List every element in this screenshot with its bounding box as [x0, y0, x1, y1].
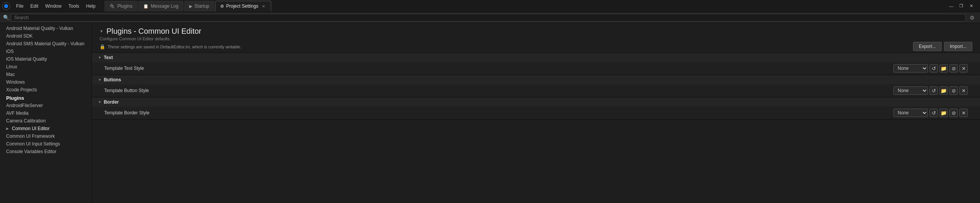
- section-border-header[interactable]: ▼ Border: [92, 97, 980, 107]
- tab-project-settings-label: Project Settings: [226, 3, 258, 9]
- main-toolbar: 🔍 ⚙: [0, 12, 980, 23]
- setting-row-template-border-style: Template Border Style None ↺ 📁 ⊘ ✕: [92, 107, 980, 119]
- menu-edit[interactable]: Edit: [27, 2, 41, 10]
- app-logo-icon: [2, 2, 11, 11]
- template-text-style-select[interactable]: None: [893, 64, 928, 73]
- text-remove-icon-btn[interactable]: ✕: [959, 64, 968, 73]
- sidebar-item-common-ui-framework[interactable]: Common UI Framework: [0, 132, 92, 140]
- section-border-arrow: ▼: [98, 100, 101, 104]
- setting-row-template-text-style: Template Text Style None ↺ 📁 ⊘ ✕: [92, 62, 980, 75]
- setting-controls-border: None ↺ 📁 ⊘ ✕: [893, 109, 968, 117]
- sidebar-item-android-sdk[interactable]: Android SDK: [0, 32, 92, 40]
- tab-startup-label: Startup: [195, 3, 209, 9]
- tab-bar: 🔌 Plugins 📋 Message Log ▶ Startup ⚙ Proj…: [105, 1, 947, 12]
- window-controls: — ❐ ✕: [947, 2, 978, 10]
- tab-plugins[interactable]: 🔌 Plugins: [105, 1, 137, 12]
- title-bar: File Edit Window Tools Help 🔌 Plugins 📋 …: [0, 0, 980, 12]
- import-button[interactable]: Import...: [944, 42, 972, 51]
- section-text-header[interactable]: ▼ Text: [92, 53, 980, 62]
- menu-file[interactable]: File: [13, 2, 26, 10]
- search-icon: 🔍: [3, 15, 9, 20]
- content-header: ▼ Plugins - Common UI Editor Configure C…: [92, 23, 980, 53]
- info-message: These settings are saved in DefaultEdito…: [108, 45, 241, 49]
- content-subtitle: Configure Common UI Editor defaults.: [100, 36, 913, 41]
- sidebar-item-camera-calibration[interactable]: Camera Calibration: [0, 117, 92, 125]
- info-bar: 🔒 These settings are saved in DefaultEdi…: [100, 43, 913, 51]
- menu-help[interactable]: Help: [83, 2, 99, 10]
- setting-name-template-border-style: Template Border Style: [104, 110, 893, 116]
- buttons-clear-icon-btn[interactable]: ⊘: [949, 86, 958, 95]
- tab-plugins-label: Plugins: [117, 3, 132, 9]
- lock-icon: 🔒: [100, 44, 105, 50]
- minimize-button[interactable]: —: [947, 2, 955, 10]
- search-input[interactable]: [14, 15, 962, 20]
- section-buttons: ▼ Buttons Template Button Style None ↺ 📁…: [92, 75, 980, 97]
- sidebar-item-ios[interactable]: iOS: [0, 48, 92, 55]
- project-settings-tab-icon: ⚙: [220, 4, 224, 9]
- plugins-tab-icon: 🔌: [110, 4, 115, 9]
- tab-message-log-label: Message Log: [151, 3, 178, 9]
- section-buttons-label: Buttons: [104, 77, 121, 83]
- setting-name-template-button-style: Template Button Style: [104, 88, 893, 93]
- section-buttons-header[interactable]: ▼ Buttons: [92, 75, 980, 84]
- sidebar-item-common-ui-input-settings[interactable]: Common UI Input Settings: [0, 140, 92, 148]
- border-browse-icon-btn[interactable]: 📁: [939, 109, 948, 117]
- sidebar-item-linux[interactable]: Linux: [0, 63, 92, 71]
- text-browse-icon-btn[interactable]: 📁: [939, 64, 948, 73]
- content-header-inner: ▼ Plugins - Common UI Editor Configure C…: [100, 27, 972, 51]
- main-layout: Android Material Quality - Vulkan Androi…: [0, 23, 980, 203]
- setting-controls-buttons: None ↺ 📁 ⊘ ✕: [893, 86, 968, 95]
- message-log-tab-icon: 📋: [143, 4, 149, 9]
- content-area: ▼ Plugins - Common UI Editor Configure C…: [92, 23, 980, 203]
- menu-tools[interactable]: Tools: [65, 2, 82, 10]
- tab-project-settings-close[interactable]: ✕: [261, 4, 266, 9]
- startup-tab-icon: ▶: [189, 4, 192, 9]
- section-text: ▼ Text Template Text Style None ↺ 📁 ⊘ ✕: [92, 53, 980, 75]
- menu-window[interactable]: Window: [42, 2, 65, 10]
- sidebar-item-console-variables-editor[interactable]: Console Variables Editor: [0, 148, 92, 155]
- border-reset-icon-btn[interactable]: ↺: [929, 109, 938, 117]
- section-border: ▼ Border Template Border Style None ↺ 📁 …: [92, 97, 980, 120]
- text-reset-icon-btn[interactable]: ↺: [929, 64, 938, 73]
- sidebar-item-ios-material-quality[interactable]: iOS Material Quality: [0, 55, 92, 63]
- section-text-arrow: ▼: [98, 56, 101, 59]
- sidebar-item-windows[interactable]: Windows: [0, 78, 92, 86]
- template-button-style-select[interactable]: None: [893, 86, 928, 95]
- template-border-style-select[interactable]: None: [893, 109, 928, 117]
- content-title-row: ▼ Plugins - Common UI Editor: [100, 27, 913, 36]
- section-buttons-arrow: ▼: [98, 78, 101, 82]
- sidebar-item-android-material-vulkan[interactable]: Android Material Quality - Vulkan: [0, 25, 92, 32]
- common-ui-editor-expand-arrow: ▶: [6, 127, 9, 130]
- section-border-label: Border: [104, 99, 119, 105]
- border-clear-icon-btn[interactable]: ⊘: [949, 109, 958, 117]
- settings-gear-icon[interactable]: ⚙: [967, 14, 977, 21]
- sidebar-item-avf-media[interactable]: AVF Media: [0, 109, 92, 117]
- search-box: [11, 14, 966, 21]
- sidebar-item-xcode-projects[interactable]: Xcode Projects: [0, 86, 92, 94]
- buttons-browse-icon-btn[interactable]: 📁: [939, 86, 948, 95]
- sidebar-item-common-ui-editor[interactable]: ▶ Common UI Editor: [0, 125, 92, 132]
- action-buttons: Export... Import...: [913, 42, 972, 51]
- setting-row-template-button-style: Template Button Style None ↺ 📁 ⊘ ✕: [92, 84, 980, 97]
- tab-project-settings[interactable]: ⚙ Project Settings ✕: [215, 1, 271, 12]
- text-clear-icon-btn[interactable]: ⊘: [949, 64, 958, 73]
- sidebar-item-android-file-server[interactable]: AndroidFileServer: [0, 102, 92, 109]
- border-remove-icon-btn[interactable]: ✕: [959, 109, 968, 117]
- maximize-button[interactable]: ❐: [957, 2, 965, 10]
- sidebar-item-android-sms-material-vulkan[interactable]: Android SMS Material Quality - Vulkan: [0, 40, 92, 48]
- section-text-label: Text: [104, 55, 113, 60]
- menu-bar: File Edit Window Tools Help: [13, 2, 98, 10]
- buttons-remove-icon-btn[interactable]: ✕: [959, 86, 968, 95]
- close-button[interactable]: ✕: [967, 2, 975, 10]
- export-button[interactable]: Export...: [913, 42, 942, 51]
- tab-startup[interactable]: ▶ Startup: [184, 1, 214, 12]
- svg-point-2: [5, 5, 7, 7]
- buttons-reset-icon-btn[interactable]: ↺: [929, 86, 938, 95]
- content-title-collapse-arrow[interactable]: ▼: [100, 29, 103, 33]
- tab-message-log[interactable]: 📋 Message Log: [138, 1, 183, 12]
- setting-name-template-text-style: Template Text Style: [104, 66, 893, 71]
- sidebar-plugins-section[interactable]: Plugins: [0, 94, 92, 102]
- sidebar: Android Material Quality - Vulkan Androi…: [0, 23, 92, 203]
- page-title: Plugins - Common UI Editor: [106, 27, 201, 36]
- sidebar-item-mac[interactable]: Mac: [0, 71, 92, 78]
